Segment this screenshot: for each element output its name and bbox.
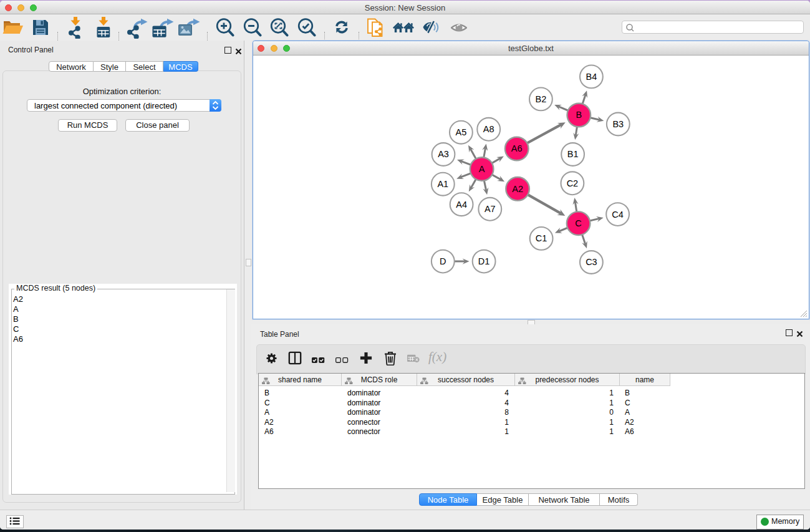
svg-text:B1: B1: [567, 149, 579, 159]
svg-text:B2: B2: [536, 94, 547, 104]
svg-text:B3: B3: [612, 119, 624, 129]
svg-text:C4: C4: [612, 210, 624, 220]
svg-text:B: B: [576, 110, 582, 120]
svg-text:A3: A3: [438, 149, 449, 159]
svg-text:A4: A4: [456, 200, 467, 210]
svg-text:A1: A1: [437, 179, 448, 189]
svg-text:D1: D1: [478, 256, 490, 266]
svg-text:A6: A6: [511, 143, 523, 153]
svg-text:C2: C2: [567, 178, 579, 188]
svg-text:A7: A7: [485, 204, 496, 214]
svg-text:A5: A5: [456, 127, 467, 137]
svg-text:A8: A8: [483, 124, 494, 134]
svg-text:C3: C3: [586, 257, 597, 267]
svg-text:C: C: [575, 218, 581, 228]
svg-text:C1: C1: [536, 233, 547, 243]
svg-text:A: A: [479, 164, 485, 174]
svg-text:B4: B4: [586, 72, 597, 82]
svg-text:D: D: [440, 256, 446, 266]
svg-text:A2: A2: [512, 184, 523, 194]
